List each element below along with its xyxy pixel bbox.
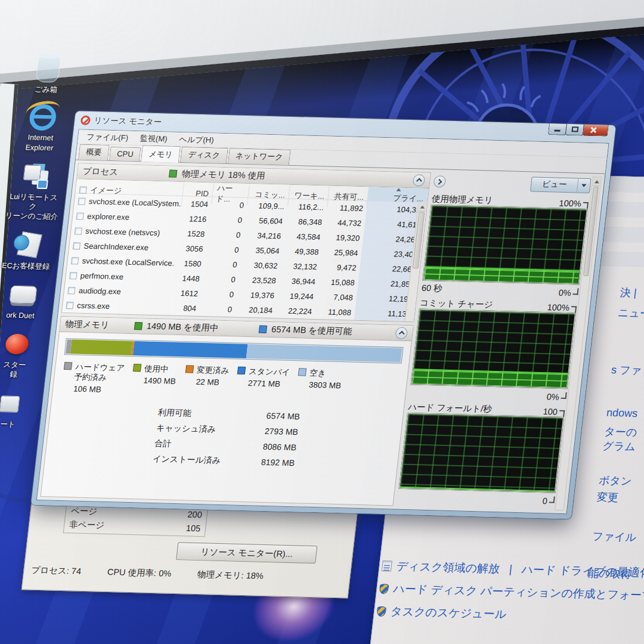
process-checkbox[interactable] xyxy=(71,257,79,264)
control-panel-link[interactable]: タスクのスケジュール xyxy=(390,604,507,623)
legend-label: スタンバイ xyxy=(248,367,290,378)
legend-item: スタンバイ 2771 MB xyxy=(234,367,290,399)
legend-swatch xyxy=(298,368,306,376)
close-button[interactable] xyxy=(583,125,609,137)
bracket-top-icon xyxy=(559,410,565,417)
resource-monitor-app-icon xyxy=(80,116,91,125)
process-panel-status: 物理メモリ 18% 使用 xyxy=(181,168,266,182)
legend-swatch xyxy=(64,362,72,370)
kernel-memory-value: 105 xyxy=(185,523,201,533)
resource-monitor-window: リソース モニター ファイル(F)監視(M)ヘルプ(H) 概要CPUメモリディス… xyxy=(31,111,616,519)
process-checkbox[interactable] xyxy=(67,287,75,294)
desktop-icon-image[interactable] xyxy=(36,55,61,83)
menu-item[interactable]: 監視(M) xyxy=(135,132,173,146)
menu-item[interactable]: ファイル(F) xyxy=(81,130,134,144)
kernel-memory-label: ページ xyxy=(70,505,98,517)
desktop-icon-image[interactable] xyxy=(13,231,44,259)
process-checkbox[interactable] xyxy=(76,212,84,219)
graph-plot xyxy=(422,205,587,285)
desktop-icon-label: ごみ箱 xyxy=(34,85,58,95)
desktop-icon[interactable]: Internet Explorer xyxy=(25,104,58,153)
minimize-icon xyxy=(554,129,560,131)
graph-panel: ハード フォールト/秒 100 0 xyxy=(397,400,565,506)
stat-value: 8086 MB xyxy=(262,442,297,452)
memory-usage-swatch xyxy=(169,170,177,178)
stat-value: 2793 MB xyxy=(264,426,299,436)
desktop-icon-image[interactable] xyxy=(2,330,32,358)
process-checkbox[interactable] xyxy=(78,197,85,205)
control-panel-link[interactable]: ハード ディスク パーティションの作成とフォーマ xyxy=(392,581,644,603)
maximize-button[interactable] xyxy=(565,124,584,136)
control-panel-link-fragment[interactable]: ニュー xyxy=(617,305,644,320)
desktop-icon-image[interactable] xyxy=(28,104,57,131)
control-panel-link-fragment[interactable]: ターの xyxy=(603,425,638,439)
expand-panel-button[interactable] xyxy=(433,175,446,187)
desktop-icon-label: ECお客様登録 xyxy=(1,261,50,271)
bracket-bottom-icon xyxy=(572,288,578,295)
available-swatch xyxy=(259,326,267,333)
used-swatch xyxy=(134,322,142,330)
desktop-icon-image[interactable] xyxy=(7,280,38,308)
open-resource-monitor-button[interactable]: リソース モニター(R)... xyxy=(176,542,317,564)
view-button-label: ビュー xyxy=(531,178,578,190)
maximize-icon xyxy=(571,126,578,132)
link-icon xyxy=(379,584,389,594)
bracket-top-icon xyxy=(583,202,589,209)
process-checkbox[interactable] xyxy=(69,272,77,279)
legend-label: 変更済み xyxy=(196,366,230,376)
collapse-button[interactable] xyxy=(412,174,425,186)
menu-item[interactable]: ヘルプ(H) xyxy=(174,132,219,147)
statusbar-item: プロセス: 74 xyxy=(30,565,82,577)
graph-panel: 使用物理メモリ 100% 60 秒 0% xyxy=(421,191,589,298)
process-checkbox[interactable] xyxy=(73,242,80,249)
process-checkbox[interactable] xyxy=(66,302,73,309)
desktop-icon[interactable]: ごみ箱 xyxy=(34,55,61,95)
tab[interactable]: ネットワーク xyxy=(227,148,290,165)
control-panel-link[interactable]: ディスク領域の解放 | ハード ドライブの最適化 | xyxy=(395,559,644,581)
tab[interactable]: メモリ xyxy=(141,145,181,163)
control-panel-link-fragment[interactable]: ボタン xyxy=(598,473,633,488)
desktop-icon[interactable]: Luiリモートスク リーンのご紹介 xyxy=(4,162,65,222)
memory-segment xyxy=(133,341,248,358)
memory-composition-bar xyxy=(64,338,404,364)
minimize-button[interactable] xyxy=(548,123,567,135)
scroll-up-button[interactable] xyxy=(418,202,428,211)
collapse-button[interactable] xyxy=(395,327,408,339)
statusbar-item: 物理メモリ: 18% xyxy=(197,569,264,582)
tab[interactable]: CPU xyxy=(109,147,141,161)
desktop-icon-label: ート xyxy=(0,419,16,429)
view-dropdown-button[interactable]: ビュー xyxy=(530,177,592,193)
desktop-icon[interactable]: スター 録 xyxy=(0,330,32,379)
scroll-up-button[interactable] xyxy=(592,177,601,186)
graph-min-label: 0% xyxy=(558,288,572,298)
select-all-checkbox[interactable] xyxy=(79,187,86,194)
process-panel-title: プロセス xyxy=(82,166,119,178)
desktop-icon[interactable]: ート xyxy=(0,389,26,429)
graph-grid xyxy=(400,414,563,491)
graph-plot xyxy=(410,309,575,389)
desktop-icon-image[interactable] xyxy=(0,389,26,417)
tab[interactable]: ディスク xyxy=(180,147,228,163)
stat-label: 利用可能 xyxy=(157,407,192,419)
legend-swatch xyxy=(237,367,246,374)
legend-label: 使用中 xyxy=(144,364,169,375)
legend-swatch xyxy=(185,365,193,373)
control-panel-link-fragment[interactable]: ファイル xyxy=(592,529,637,544)
control-panel-link-fragment[interactable]: グラム xyxy=(602,439,636,454)
process-checkbox[interactable] xyxy=(75,227,82,234)
desktop-icon[interactable]: ork Duet xyxy=(5,280,38,320)
stat-label: キャッシュ済み xyxy=(156,423,216,435)
legend-value: 1490 MB xyxy=(143,376,177,385)
tab[interactable]: 概要 xyxy=(78,144,110,160)
physical-memory-panel: 物理メモリ 1490 MB を使用中 6574 MB を使用可能 xyxy=(41,316,414,506)
control-panel-link-fragment[interactable]: ndows xyxy=(606,407,638,420)
control-panel-link-fragment[interactable]: 変更 xyxy=(596,490,620,505)
kernel-memory-row: 非ページ 105 xyxy=(69,518,202,535)
control-panel-link-fragment[interactable]: 決 | xyxy=(620,285,637,300)
arrow-up-icon xyxy=(420,206,425,209)
desktop-icon[interactable]: ECお客様登録 xyxy=(1,231,54,271)
control-panel-link-fragment[interactable]: s ファ xyxy=(611,363,643,377)
desktop-icon-image[interactable] xyxy=(21,162,51,190)
available-text: 6574 MB を使用可能 xyxy=(271,324,352,337)
dropdown-arrow[interactable] xyxy=(578,184,590,187)
